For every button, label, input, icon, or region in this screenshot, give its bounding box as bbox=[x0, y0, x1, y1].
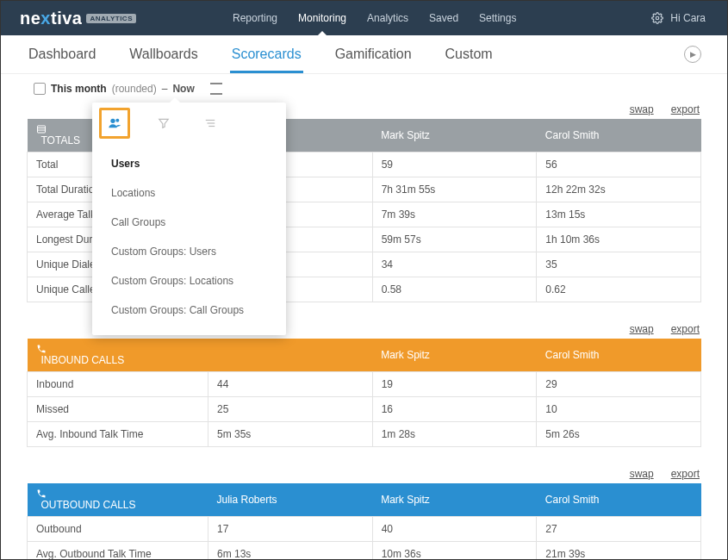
swap-link[interactable]: swap bbox=[630, 468, 654, 480]
range-adjust-icon[interactable] bbox=[210, 83, 222, 95]
play-icon[interactable]: ▶ bbox=[684, 46, 701, 63]
dropdown-option[interactable]: Custom Groups: Locations bbox=[92, 266, 286, 296]
date-bar: This month (rounded) – Now bbox=[1, 74, 727, 98]
users-tab-icon[interactable] bbox=[99, 108, 130, 139]
svg-point-0 bbox=[656, 16, 660, 20]
subnav-dashboard[interactable]: Dashboard bbox=[27, 38, 97, 71]
svg-point-4 bbox=[110, 119, 115, 123]
cell: 10m 36s bbox=[372, 542, 537, 561]
cell: 29 bbox=[537, 372, 701, 397]
cell: 10 bbox=[537, 397, 701, 422]
cell: 40 bbox=[372, 517, 537, 542]
cell: 7m 39s bbox=[372, 202, 537, 227]
cell: 25 bbox=[208, 397, 373, 422]
cell: 0.58 bbox=[372, 277, 537, 302]
brand: nextiva ANALYTICS bbox=[1, 9, 136, 28]
cell: 5m 35s bbox=[208, 422, 373, 447]
nav-right: Hi Cara bbox=[651, 12, 727, 24]
dropdown-option[interactable]: Locations bbox=[92, 178, 286, 208]
date-sep: – bbox=[162, 83, 168, 95]
table-row: Inbound441929 bbox=[28, 372, 701, 397]
dropdown-option[interactable]: Custom Groups: Call Groups bbox=[92, 296, 286, 325]
row-label: Inbound bbox=[28, 372, 208, 397]
table-header: INBOUND CALLSMark SpitzCarol Smith bbox=[28, 339, 701, 372]
cell: 44 bbox=[208, 372, 373, 397]
cell: 1m 28s bbox=[372, 422, 537, 447]
nav-links: ReportingMonitoringAnalyticsSavedSetting… bbox=[222, 1, 526, 35]
section-title: INBOUND CALLS bbox=[28, 339, 208, 372]
col-header: Mark Spitz bbox=[372, 119, 537, 152]
nav-analytics[interactable]: Analytics bbox=[357, 1, 419, 35]
table-row: Outbound174027 bbox=[28, 517, 701, 542]
cell: 0.62 bbox=[537, 277, 701, 302]
cell: 1h 10m 36s bbox=[537, 227, 701, 252]
cell: 12h 22m 32s bbox=[537, 177, 701, 202]
export-link[interactable]: export bbox=[671, 468, 700, 480]
dropdown-option[interactable]: Users bbox=[92, 149, 286, 178]
calendar-icon[interactable] bbox=[34, 83, 46, 95]
cell: 19 bbox=[372, 372, 537, 397]
cell: 13m 15s bbox=[537, 202, 701, 227]
cell: 56 bbox=[537, 152, 701, 177]
top-nav: nextiva ANALYTICS ReportingMonitoringAna… bbox=[1, 1, 727, 35]
table-row: Missed251610 bbox=[28, 397, 701, 422]
col-header: Carol Smith bbox=[537, 483, 701, 517]
date-qualifier: (rounded) bbox=[112, 83, 157, 95]
cell: 16 bbox=[372, 397, 537, 422]
dropdown-list[interactable]: UsersLocationsCall GroupsCustom Groups: … bbox=[92, 144, 286, 335]
col-header: Julia Roberts bbox=[208, 483, 373, 517]
settings-tab-icon[interactable] bbox=[197, 110, 223, 136]
date-range[interactable]: This month bbox=[51, 83, 107, 95]
table-actions-outbound: swap export bbox=[27, 468, 700, 480]
col-header: Mark Spitz bbox=[372, 483, 537, 517]
swap-link[interactable]: swap bbox=[630, 323, 654, 335]
cell: 5m 26s bbox=[537, 422, 701, 447]
dropdown-tabs bbox=[92, 103, 286, 144]
brand-badge: ANALYTICS bbox=[86, 14, 136, 23]
cell: 27 bbox=[537, 517, 701, 542]
export-link[interactable]: export bbox=[671, 103, 700, 115]
col-header bbox=[208, 339, 373, 372]
inbound-table: INBOUND CALLSMark SpitzCarol SmithInboun… bbox=[27, 339, 701, 447]
dropdown-option[interactable]: Call Groups bbox=[92, 208, 286, 237]
row-label: Outbound bbox=[28, 517, 208, 542]
nav-settings[interactable]: Settings bbox=[469, 1, 526, 35]
nav-saved[interactable]: Saved bbox=[419, 1, 469, 35]
col-header: Carol Smith bbox=[537, 339, 701, 372]
sub-nav: DashboardWallboardsScorecardsGamificatio… bbox=[1, 35, 727, 74]
section-title: OUTBOUND CALLS bbox=[28, 483, 208, 517]
export-link[interactable]: export bbox=[671, 323, 700, 335]
nav-reporting[interactable]: Reporting bbox=[222, 1, 288, 35]
col-header: Carol Smith bbox=[537, 119, 701, 152]
greeting-text[interactable]: Hi Cara bbox=[670, 12, 706, 24]
svg-rect-1 bbox=[37, 126, 45, 133]
gear-icon[interactable] bbox=[651, 12, 663, 24]
table-header: OUTBOUND CALLSJulia RobertsMark SpitzCar… bbox=[28, 483, 701, 517]
table-row: Avg. Outbound Talk Time6m 13s10m 36s21m … bbox=[28, 542, 701, 561]
row-label: Avg. Outbound Talk Time bbox=[28, 542, 208, 561]
cell: 59 bbox=[372, 152, 537, 177]
row-label: Avg. Inbound Talk Time bbox=[28, 422, 208, 447]
cell: 35 bbox=[537, 252, 701, 277]
col-header: Mark Spitz bbox=[372, 339, 537, 372]
subnav-wallboards[interactable]: Wallboards bbox=[128, 38, 199, 71]
subnav-custom[interactable]: Custom bbox=[444, 38, 495, 71]
cell: 6m 13s bbox=[208, 542, 373, 561]
filter-tab-icon[interactable] bbox=[151, 110, 177, 136]
svg-point-5 bbox=[115, 119, 119, 122]
cell: 59m 57s bbox=[372, 227, 537, 252]
cell: 34 bbox=[372, 252, 537, 277]
subnav-scorecards[interactable]: Scorecards bbox=[230, 38, 303, 73]
table-row: Avg. Inbound Talk Time5m 35s1m 28s5m 26s bbox=[28, 422, 701, 447]
date-now[interactable]: Now bbox=[172, 83, 194, 95]
outbound-table: OUTBOUND CALLSJulia RobertsMark SpitzCar… bbox=[27, 483, 701, 560]
row-label: Missed bbox=[28, 397, 208, 422]
subnav-gamification[interactable]: Gamification bbox=[333, 38, 414, 71]
dropdown-option[interactable]: Custom Groups: Users bbox=[92, 237, 286, 266]
cell: 17 bbox=[208, 517, 373, 542]
swap-link[interactable]: swap bbox=[630, 103, 654, 115]
cell: 7h 31m 55s bbox=[372, 177, 537, 202]
nav-monitoring[interactable]: Monitoring bbox=[288, 1, 357, 35]
group-dropdown: UsersLocationsCall GroupsCustom Groups: … bbox=[92, 103, 286, 335]
cell: 21m 39s bbox=[537, 542, 701, 561]
